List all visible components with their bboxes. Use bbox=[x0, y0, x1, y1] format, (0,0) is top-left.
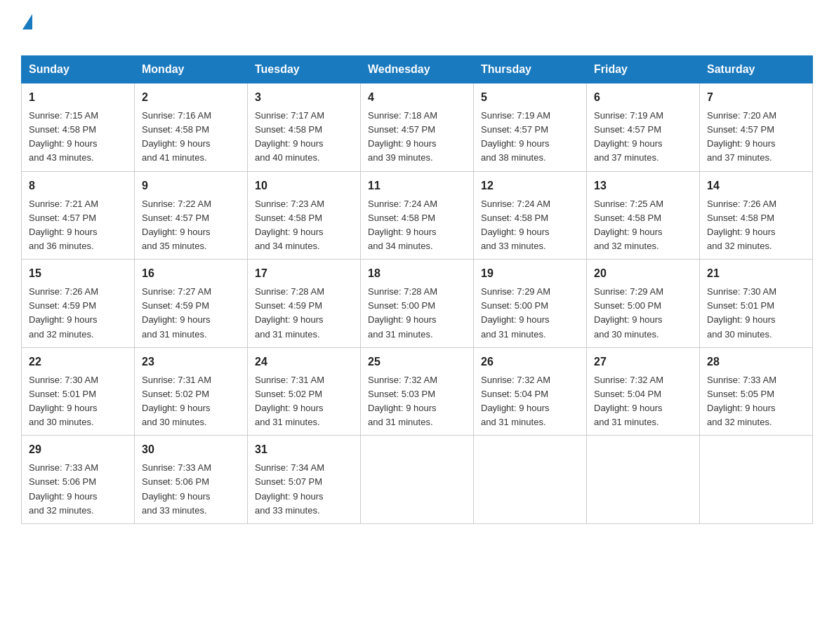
col-header-saturday: Saturday bbox=[700, 56, 813, 83]
calendar-cell: 12Sunrise: 7:24 AMSunset: 4:58 PMDayligh… bbox=[474, 171, 587, 260]
day-info: Sunrise: 7:34 AMSunset: 5:07 PMDaylight:… bbox=[255, 461, 353, 518]
calendar-cell: 31Sunrise: 7:34 AMSunset: 5:07 PMDayligh… bbox=[248, 436, 361, 524]
day-info: Sunrise: 7:17 AMSunset: 4:58 PMDaylight:… bbox=[255, 109, 353, 166]
day-info: Sunrise: 7:20 AMSunset: 4:57 PMDaylight:… bbox=[707, 109, 805, 166]
day-info: Sunrise: 7:31 AMSunset: 5:02 PMDaylight:… bbox=[255, 373, 353, 430]
day-info: Sunrise: 7:23 AMSunset: 4:58 PMDaylight:… bbox=[255, 197, 353, 254]
day-info: Sunrise: 7:29 AMSunset: 5:00 PMDaylight:… bbox=[481, 285, 579, 342]
day-info: Sunrise: 7:28 AMSunset: 5:00 PMDaylight:… bbox=[368, 285, 466, 342]
calendar-cell: 10Sunrise: 7:23 AMSunset: 4:58 PMDayligh… bbox=[248, 171, 361, 260]
day-info: Sunrise: 7:33 AMSunset: 5:05 PMDaylight:… bbox=[707, 373, 805, 430]
day-number: 20 bbox=[594, 265, 692, 282]
calendar-cell: 7Sunrise: 7:20 AMSunset: 4:57 PMDaylight… bbox=[700, 83, 813, 172]
logo-text bbox=[21, 14, 32, 29]
calendar-cell: 13Sunrise: 7:25 AMSunset: 4:58 PMDayligh… bbox=[587, 171, 700, 260]
day-number: 3 bbox=[255, 89, 353, 106]
day-number: 15 bbox=[29, 265, 127, 282]
day-info: Sunrise: 7:29 AMSunset: 5:00 PMDaylight:… bbox=[594, 285, 692, 342]
calendar-cell bbox=[474, 436, 587, 524]
day-number: 1 bbox=[29, 89, 127, 106]
calendar-cell: 16Sunrise: 7:27 AMSunset: 4:59 PMDayligh… bbox=[135, 260, 248, 348]
day-info: Sunrise: 7:31 AMSunset: 5:02 PMDaylight:… bbox=[142, 373, 240, 430]
day-number: 28 bbox=[707, 354, 805, 370]
col-header-sunday: Sunday bbox=[22, 56, 135, 83]
calendar-week-row: 22Sunrise: 7:30 AMSunset: 5:01 PMDayligh… bbox=[22, 347, 813, 436]
day-number: 6 bbox=[594, 89, 692, 106]
day-info: Sunrise: 7:26 AMSunset: 4:58 PMDaylight:… bbox=[707, 197, 805, 254]
day-number: 5 bbox=[481, 89, 579, 106]
day-number: 4 bbox=[368, 89, 466, 106]
calendar-cell: 14Sunrise: 7:26 AMSunset: 4:58 PMDayligh… bbox=[700, 171, 813, 260]
calendar-week-row: 1Sunrise: 7:15 AMSunset: 4:58 PMDaylight… bbox=[22, 83, 813, 172]
day-number: 14 bbox=[707, 177, 805, 194]
day-info: Sunrise: 7:27 AMSunset: 4:59 PMDaylight:… bbox=[142, 285, 240, 342]
col-header-wednesday: Wednesday bbox=[361, 56, 474, 83]
day-info: Sunrise: 7:30 AMSunset: 5:01 PMDaylight:… bbox=[29, 373, 127, 430]
day-number: 21 bbox=[707, 265, 805, 282]
day-number: 2 bbox=[142, 89, 240, 106]
day-number: 9 bbox=[142, 177, 240, 194]
calendar-cell: 6Sunrise: 7:19 AMSunset: 4:57 PMDaylight… bbox=[587, 83, 700, 172]
day-info: Sunrise: 7:28 AMSunset: 4:59 PMDaylight:… bbox=[255, 285, 353, 342]
calendar-cell: 22Sunrise: 7:30 AMSunset: 5:01 PMDayligh… bbox=[22, 347, 135, 436]
day-number: 23 bbox=[142, 354, 240, 370]
calendar-cell: 18Sunrise: 7:28 AMSunset: 5:00 PMDayligh… bbox=[361, 260, 474, 348]
day-number: 24 bbox=[255, 354, 353, 370]
day-number: 7 bbox=[707, 89, 805, 106]
calendar-cell: 24Sunrise: 7:31 AMSunset: 5:02 PMDayligh… bbox=[248, 347, 361, 436]
calendar-cell: 30Sunrise: 7:33 AMSunset: 5:06 PMDayligh… bbox=[135, 436, 248, 524]
calendar-table: SundayMondayTuesdayWednesdayThursdayFrid… bbox=[21, 55, 813, 524]
day-number: 18 bbox=[368, 265, 466, 282]
calendar-cell bbox=[361, 436, 474, 524]
day-info: Sunrise: 7:15 AMSunset: 4:58 PMDaylight:… bbox=[29, 109, 127, 166]
calendar-cell: 5Sunrise: 7:19 AMSunset: 4:57 PMDaylight… bbox=[474, 83, 587, 172]
calendar-cell: 9Sunrise: 7:22 AMSunset: 4:57 PMDaylight… bbox=[135, 171, 248, 260]
calendar-cell bbox=[587, 436, 700, 524]
calendar-cell: 8Sunrise: 7:21 AMSunset: 4:57 PMDaylight… bbox=[22, 171, 135, 260]
day-info: Sunrise: 7:24 AMSunset: 4:58 PMDaylight:… bbox=[481, 197, 579, 254]
col-header-friday: Friday bbox=[587, 56, 700, 83]
day-info: Sunrise: 7:32 AMSunset: 5:04 PMDaylight:… bbox=[481, 373, 579, 430]
calendar-cell: 21Sunrise: 7:30 AMSunset: 5:01 PMDayligh… bbox=[700, 260, 813, 348]
calendar-cell: 17Sunrise: 7:28 AMSunset: 4:59 PMDayligh… bbox=[248, 260, 361, 348]
calendar-cell: 20Sunrise: 7:29 AMSunset: 5:00 PMDayligh… bbox=[587, 260, 700, 348]
day-info: Sunrise: 7:33 AMSunset: 5:06 PMDaylight:… bbox=[142, 461, 240, 518]
calendar-cell: 15Sunrise: 7:26 AMSunset: 4:59 PMDayligh… bbox=[22, 260, 135, 348]
day-number: 31 bbox=[255, 441, 353, 458]
day-info: Sunrise: 7:32 AMSunset: 5:03 PMDaylight:… bbox=[368, 373, 466, 430]
day-info: Sunrise: 7:22 AMSunset: 4:57 PMDaylight:… bbox=[142, 197, 240, 254]
day-info: Sunrise: 7:21 AMSunset: 4:57 PMDaylight:… bbox=[29, 197, 127, 254]
day-info: Sunrise: 7:24 AMSunset: 4:58 PMDaylight:… bbox=[368, 197, 466, 254]
day-info: Sunrise: 7:33 AMSunset: 5:06 PMDaylight:… bbox=[29, 461, 127, 518]
day-number: 22 bbox=[29, 354, 127, 370]
col-header-thursday: Thursday bbox=[474, 56, 587, 83]
day-info: Sunrise: 7:32 AMSunset: 5:04 PMDaylight:… bbox=[594, 373, 692, 430]
day-number: 11 bbox=[368, 177, 466, 194]
page-header bbox=[21, 14, 813, 44]
day-info: Sunrise: 7:19 AMSunset: 4:57 PMDaylight:… bbox=[481, 109, 579, 166]
calendar-cell: 3Sunrise: 7:17 AMSunset: 4:58 PMDaylight… bbox=[248, 83, 361, 172]
calendar-header-row: SundayMondayTuesdayWednesdayThursdayFrid… bbox=[22, 56, 813, 83]
day-number: 29 bbox=[29, 441, 127, 458]
day-number: 12 bbox=[481, 177, 579, 194]
calendar-cell: 23Sunrise: 7:31 AMSunset: 5:02 PMDayligh… bbox=[135, 347, 248, 436]
calendar-week-row: 29Sunrise: 7:33 AMSunset: 5:06 PMDayligh… bbox=[22, 436, 813, 524]
logo-triangle-icon bbox=[22, 14, 32, 29]
col-header-tuesday: Tuesday bbox=[248, 56, 361, 83]
day-info: Sunrise: 7:18 AMSunset: 4:57 PMDaylight:… bbox=[368, 109, 466, 166]
day-number: 8 bbox=[29, 177, 127, 194]
day-number: 13 bbox=[594, 177, 692, 194]
calendar-cell: 19Sunrise: 7:29 AMSunset: 5:00 PMDayligh… bbox=[474, 260, 587, 348]
logo bbox=[21, 14, 32, 44]
day-info: Sunrise: 7:19 AMSunset: 4:57 PMDaylight:… bbox=[594, 109, 692, 166]
day-number: 16 bbox=[142, 265, 240, 282]
calendar-cell: 11Sunrise: 7:24 AMSunset: 4:58 PMDayligh… bbox=[361, 171, 474, 260]
calendar-cell: 28Sunrise: 7:33 AMSunset: 5:05 PMDayligh… bbox=[700, 347, 813, 436]
day-number: 27 bbox=[594, 354, 692, 370]
calendar-cell: 1Sunrise: 7:15 AMSunset: 4:58 PMDaylight… bbox=[22, 83, 135, 172]
day-info: Sunrise: 7:30 AMSunset: 5:01 PMDaylight:… bbox=[707, 285, 805, 342]
day-info: Sunrise: 7:26 AMSunset: 4:59 PMDaylight:… bbox=[29, 285, 127, 342]
day-number: 25 bbox=[368, 354, 466, 370]
calendar-cell: 25Sunrise: 7:32 AMSunset: 5:03 PMDayligh… bbox=[361, 347, 474, 436]
day-number: 10 bbox=[255, 177, 353, 194]
